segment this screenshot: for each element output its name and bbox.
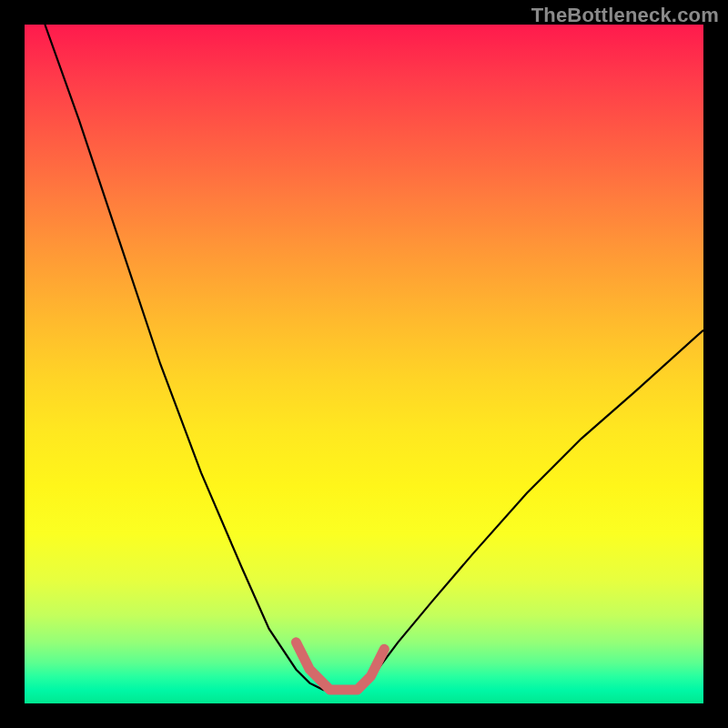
watermark-text: TheBottleneck.com [531,4,719,27]
right-curve [358,330,703,690]
chart-frame: TheBottleneck.com [0,0,728,728]
left-curve [45,25,329,690]
plot-area [25,25,703,703]
curve-layer [25,25,703,703]
